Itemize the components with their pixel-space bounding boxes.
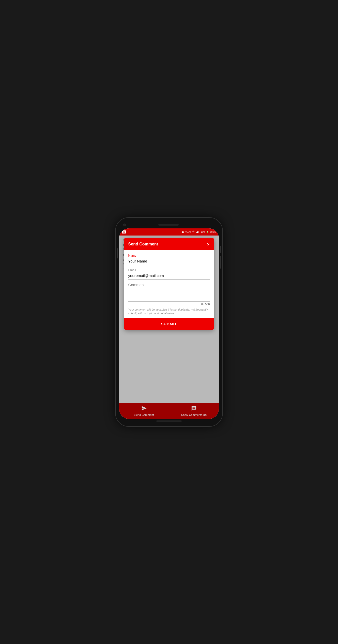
svg-rect-2: [198, 231, 198, 233]
show-comments-icon: [191, 405, 197, 412]
power-button: [220, 246, 221, 253]
send-comment-modal: Send Comment × Name Email 0 / 500: [124, 238, 214, 330]
comment-divider: [128, 301, 210, 302]
volte-label: VoLTE: [185, 231, 191, 233]
modal-body: Name Email 0 / 500 Your comment will be …: [124, 250, 214, 318]
comment-input[interactable]: [128, 283, 210, 300]
email-input[interactable]: [128, 273, 210, 280]
article-area: अपनी बात रखने की तैयारी में है कुछ यहीं …: [119, 236, 219, 403]
phone-frame: M ⏰ VoLTE: [116, 218, 222, 426]
time-label: 00:35: [210, 231, 216, 233]
send-comment-label: Send Comment: [134, 413, 154, 416]
bottom-nav: Send Comment Show Comments (0): [119, 403, 219, 419]
battery-label: 16%: [201, 231, 205, 233]
battery-icon: 🔋: [206, 231, 209, 233]
status-bar: M ⏰ VoLTE: [119, 228, 219, 236]
submit-button[interactable]: SUBMIT: [124, 318, 214, 330]
notch-area: [119, 221, 219, 228]
svg-rect-0: [196, 232, 197, 233]
disclaimer-text: Your comment will be accepted if its not…: [128, 308, 210, 318]
modal-overlay: Send Comment × Name Email 0 / 500: [119, 236, 219, 403]
volume-button: [117, 248, 118, 258]
front-camera: [123, 224, 126, 226]
alarm-icon: ⏰: [181, 231, 184, 233]
email-label: Email: [128, 268, 210, 272]
gmail-icon: M: [122, 230, 126, 233]
wifi-icon: [192, 230, 195, 233]
show-comments-nav[interactable]: Show Comments (0): [169, 403, 219, 419]
show-comments-label: Show Comments (0): [181, 413, 207, 416]
modal-title: Send Comment: [128, 242, 158, 246]
modal-header: Send Comment ×: [124, 238, 214, 250]
name-input[interactable]: [128, 258, 210, 265]
close-button[interactable]: ×: [207, 242, 210, 247]
status-right: ⏰ VoLTE 16%: [181, 230, 216, 233]
signal-icon: [196, 230, 199, 233]
volume-down-button: [220, 256, 221, 269]
send-comment-icon: [141, 405, 147, 412]
svg-rect-3: [199, 230, 199, 233]
char-count: 0 / 500: [128, 303, 210, 306]
name-label: Name: [128, 254, 210, 257]
comment-area-wrap: [128, 283, 210, 302]
speaker: [158, 224, 179, 226]
send-comment-nav[interactable]: Send Comment: [119, 403, 169, 419]
home-bar: [156, 420, 182, 422]
phone-screen: M ⏰ VoLTE: [119, 228, 219, 419]
svg-rect-1: [197, 231, 198, 233]
status-left: M: [122, 230, 126, 233]
